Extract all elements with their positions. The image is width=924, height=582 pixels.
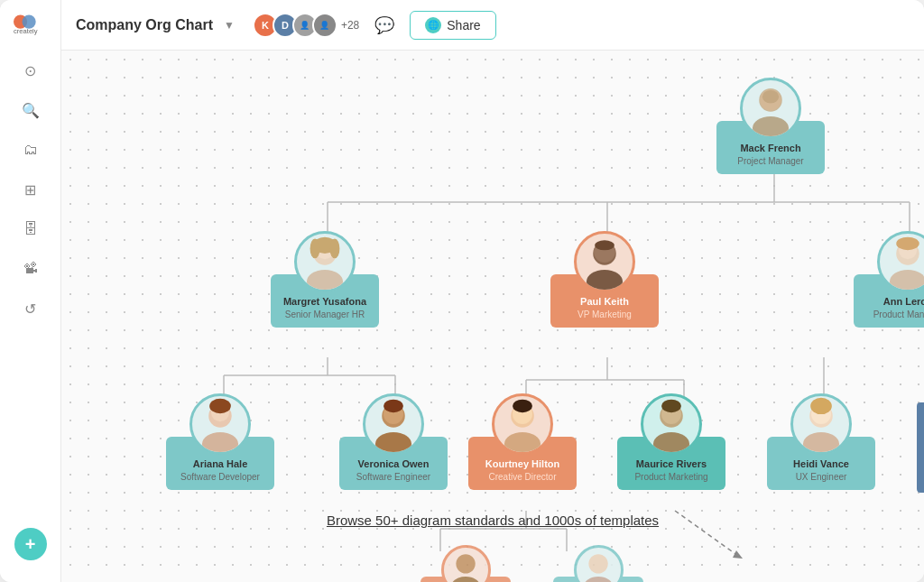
document-title: Company Org Chart	[76, 17, 213, 33]
role-veronica: Software Engineer	[346, 472, 440, 483]
photo-ariana	[189, 393, 251, 455]
node-ariana[interactable]: Ariana Hale Software Developer	[166, 393, 274, 490]
svg-point-61	[456, 554, 475, 573]
browse-link[interactable]: Browse 50+ diagram standards and 1000s o…	[327, 513, 659, 528]
title-dropdown-arrow[interactable]: ▼	[224, 19, 235, 32]
history-icon[interactable]: ↺	[14, 292, 47, 325]
add-button[interactable]: +	[14, 528, 47, 560]
svg-text:creately: creately	[14, 27, 38, 35]
svg-point-46	[375, 432, 411, 455]
share-label: Share	[447, 18, 480, 32]
photo-paul	[574, 231, 635, 292]
main-content: Company Org Chart ▼ K D 👤 👤 +28 💬 🌐 Shar…	[61, 0, 924, 582]
svg-point-42	[202, 432, 238, 455]
name-mack: Mack French	[724, 143, 818, 154]
role-ariana: Software Developer	[173, 472, 267, 483]
photo-maurice	[641, 393, 702, 455]
node-kourtney[interactable]: Kourtney Hilton Creative Director	[468, 393, 577, 490]
app-container: creately ⊙ 🔍 🗂 ⊞ 🗄 📽 ↺ + Company Org Cha…	[0, 0, 924, 582]
name-margret: Margret Yusafona	[278, 296, 372, 308]
share-button[interactable]: 🌐 Share	[410, 11, 495, 40]
svg-point-38	[890, 270, 924, 292]
avatar-extra: 👤	[312, 13, 337, 38]
role-mack: Project Manager	[724, 156, 818, 167]
name-ann: Ann Leroy	[861, 296, 924, 308]
svg-point-31	[310, 238, 320, 258]
photo-bottom-left	[441, 545, 491, 582]
name-maurice: Maurice Rivers	[624, 458, 718, 470]
node-maurice[interactable]: Maurice Rivers Product Marketing	[617, 393, 725, 490]
node-ann[interactable]: Ann Leroy Product Manager	[854, 231, 924, 328]
svg-point-36	[595, 240, 614, 250]
chat-button[interactable]: 💬	[370, 11, 399, 40]
svg-point-64	[584, 577, 613, 582]
svg-point-44	[209, 399, 231, 413]
svg-rect-1	[22, 15, 35, 29]
compass-icon[interactable]: ⊙	[14, 54, 47, 87]
svg-point-52	[513, 400, 532, 413]
role-maurice: Product Marketing	[624, 472, 718, 483]
database-icon[interactable]: 🗄	[14, 213, 47, 245]
share-icon: 🌐	[425, 17, 441, 33]
name-kourtney: Kourtney Hilton	[476, 458, 569, 470]
svg-point-58	[803, 432, 839, 455]
node-bottom-left[interactable]: Yuana Hile	[420, 545, 511, 582]
name-ariana: Ariana Hale	[173, 458, 267, 470]
svg-point-34	[587, 270, 623, 292]
presentation-icon[interactable]: 📽	[14, 253, 47, 285]
svg-point-56	[661, 400, 681, 413]
svg-point-40	[896, 237, 919, 251]
layout-icon[interactable]: ⊞	[14, 173, 47, 206]
svg-marker-22	[733, 550, 743, 559]
photo-bottom-right	[574, 545, 624, 582]
photo-veronica	[363, 393, 424, 455]
node-veronica[interactable]: Veronica Owen Software Engineer	[339, 393, 448, 490]
role-heidi: UX Engineer	[774, 472, 868, 483]
svg-point-48	[383, 400, 403, 413]
node-mack[interactable]: Mack French Project Manager	[716, 78, 825, 174]
folder-icon[interactable]: 🗂	[14, 134, 47, 166]
logo-icon: creately	[14, 11, 48, 36]
photo-kourtney	[492, 393, 553, 455]
right-accent-bar	[917, 402, 924, 493]
search-icon[interactable]: 🔍	[14, 94, 47, 126]
svg-point-32	[329, 238, 339, 258]
role-paul: VP Marketing	[558, 309, 651, 320]
photo-mack	[740, 78, 801, 139]
collaborators-avatars: K D 👤 👤 +28	[253, 13, 359, 38]
svg-point-24	[753, 116, 789, 139]
svg-point-28	[307, 270, 343, 292]
svg-point-50	[504, 432, 541, 455]
svg-point-54	[653, 432, 689, 455]
node-heidi[interactable]: Heidi Vance UX Engineer	[767, 393, 875, 490]
header: Company Org Chart ▼ K D 👤 👤 +28 💬 🌐 Shar…	[61, 0, 924, 51]
role-kourtney: Creative Director	[476, 472, 569, 483]
name-veronica: Veronica Owen	[346, 458, 440, 470]
svg-point-60	[810, 398, 832, 414]
svg-point-62	[451, 577, 480, 582]
svg-point-26	[762, 90, 779, 104]
name-heidi: Heidi Vance	[774, 458, 868, 470]
svg-point-63	[588, 554, 607, 573]
name-paul: Paul Keith	[558, 296, 651, 308]
avatar-count: +28	[341, 19, 359, 32]
photo-heidi	[790, 393, 852, 455]
role-ann: Product Manager	[861, 309, 924, 320]
node-bottom-right[interactable]: ···	[553, 545, 643, 582]
canvas-area[interactable]: Mack French Project Manager	[61, 51, 924, 582]
photo-margret	[294, 231, 356, 292]
svg-line-21	[675, 511, 738, 556]
node-paul[interactable]: Paul Keith VP Marketing	[550, 231, 659, 328]
role-margret: Senior Manager HR	[278, 309, 372, 320]
node-margret[interactable]: Margret Yusafona Senior Manager HR	[271, 231, 379, 328]
sidebar: creately ⊙ 🔍 🗂 ⊞ 🗄 📽 ↺ +	[0, 0, 61, 582]
